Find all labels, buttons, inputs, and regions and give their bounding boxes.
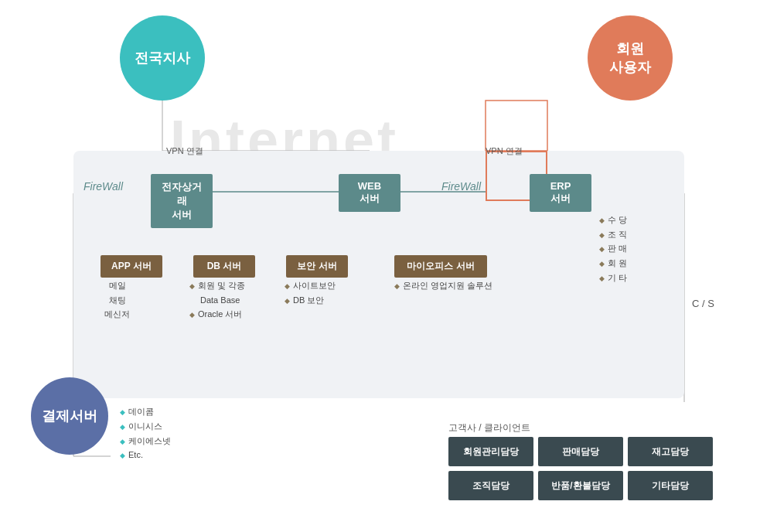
- customer-box-org: 조직담당: [448, 471, 533, 500]
- customer-box-inventory: 재고담당: [628, 437, 713, 466]
- cs-label: C / S: [692, 298, 714, 309]
- member-circle: 회원 사용자: [588, 15, 673, 101]
- bullet-icon: ◆: [599, 258, 605, 270]
- bullet-icon: ◆: [120, 421, 125, 433]
- customer-grid: 회원관리담당 판매담당 재고담당 조직담당 반품/환불담당 기타담당: [448, 437, 713, 500]
- bullet-icon: ◆: [285, 295, 290, 307]
- server-security: 보안 서버: [286, 255, 348, 278]
- firewall-left-label: FireWall: [83, 180, 123, 193]
- bullet-icon: ◆: [599, 215, 605, 227]
- server-app: APP 서버: [101, 255, 162, 278]
- customer-box-returns: 반품/환불담당: [538, 471, 623, 500]
- jisa-circle: 전국지사: [120, 15, 205, 101]
- bullet-icon: ◆: [120, 407, 125, 418]
- server-db: DB 서버: [193, 255, 255, 278]
- bullet-icon: ◆: [599, 244, 605, 255]
- server-denshi: 전자상거래 서버: [151, 174, 213, 228]
- payment-desc: ◆ 데이콤 ◆ 이니시스 ◆ 케이에스넷 ◆ Etc.: [120, 404, 171, 462]
- server-erp: ERP 서버: [530, 174, 591, 212]
- bullet-icon: ◆: [120, 436, 125, 448]
- payment-circle: 결제서버: [31, 377, 108, 455]
- server-myoffice: 마이오피스 서버: [394, 255, 487, 278]
- bullet-icon: ◆: [599, 273, 605, 285]
- app-desc: 메일 채팅 메신저: [104, 278, 130, 322]
- svg-rect-2: [486, 101, 547, 151]
- security-desc: ◆ 사이트보안 ◆ DB 보안: [285, 278, 336, 307]
- server-web: WEB 서버: [339, 174, 400, 212]
- bullet-icon: ◆: [189, 309, 195, 321]
- vpn-jisa-label: VPN 연결: [166, 145, 203, 157]
- bullet-icon: ◆: [394, 281, 400, 292]
- customer-box-sales: 판매담당: [538, 437, 623, 466]
- bullet-icon: ◆: [120, 450, 125, 462]
- bullet-icon: ◆: [285, 281, 290, 292]
- vpn-member-label: VPN 연결: [486, 145, 523, 157]
- customer-box-other: 기타담당: [628, 471, 713, 500]
- customer-title: 고객사 / 클라이언트: [448, 421, 530, 435]
- bullet-icon: ◆: [189, 281, 195, 292]
- erp-sub-items: ◆ 수 당 ◆ 조 직 ◆ 판 매 ◆ 회 원 ◆ 기 타: [599, 213, 627, 285]
- customer-box-member: 회원관리담당: [448, 437, 533, 466]
- firewall-right-label: FireWall: [441, 180, 481, 193]
- myoffice-desc: ◆ 온라인 영업지원 솔루션: [394, 278, 492, 293]
- db-desc: ◆ 회원 및 각종 Data Base ◆ Oracle 서버: [189, 278, 245, 322]
- bullet-icon: ◆: [599, 230, 605, 241]
